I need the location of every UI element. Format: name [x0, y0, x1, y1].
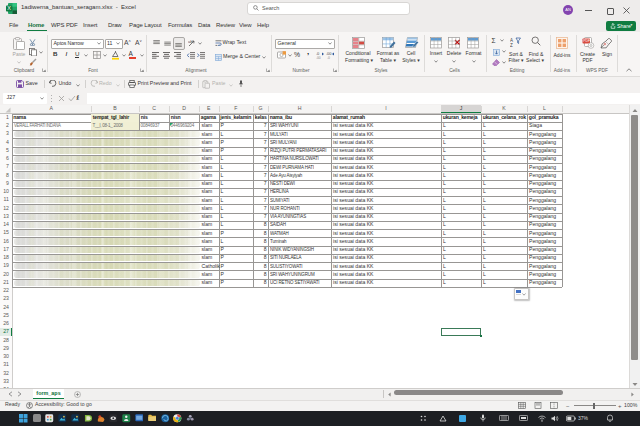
svg-text:PDF: PDF [583, 39, 590, 43]
svg-text:.00: .00 [316, 56, 321, 59]
svg-text:Z: Z [510, 42, 513, 47]
svg-text:ab: ab [188, 39, 193, 44]
svg-text:X: X [7, 5, 11, 11]
svg-text:.0: .0 [327, 56, 330, 59]
